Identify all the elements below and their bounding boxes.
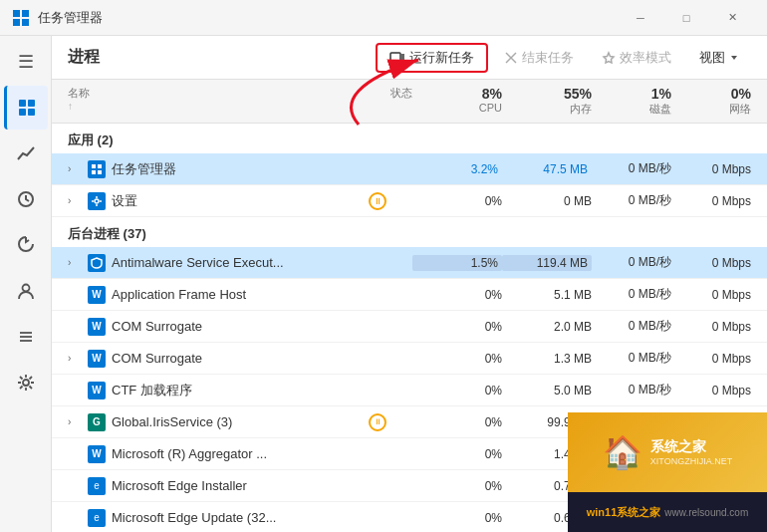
- sidebar-item-services[interactable]: [4, 361, 48, 404]
- table-row[interactable]: › Antimalware Service Execut... 1.5% 119…: [52, 247, 767, 279]
- row-cpu: 0%: [412, 288, 502, 302]
- col-header-network[interactable]: 0% 网络: [671, 86, 751, 117]
- svg-rect-1: [22, 10, 29, 17]
- row-disk: 0 MB/秒: [592, 286, 671, 303]
- row-icon: W: [88, 318, 106, 336]
- row-cpu: 0%: [412, 384, 502, 398]
- watermark-house-icon: 🏠: [603, 433, 642, 471]
- efficiency-mode-button[interactable]: 效率模式: [590, 45, 683, 71]
- row-icon: [88, 160, 106, 178]
- window-controls[interactable]: ─ □ ✕: [618, 0, 755, 36]
- row-network: 0 Mbps: [671, 162, 751, 176]
- row-cpu: 0%: [412, 447, 502, 461]
- row-cpu: 0%: [412, 415, 502, 429]
- run-task-icon: [389, 50, 405, 66]
- watermark-text: 系统之家: [650, 438, 732, 456]
- row-name: › 设置: [68, 192, 343, 210]
- svg-rect-21: [98, 164, 102, 168]
- row-cpu: 0%: [412, 479, 502, 493]
- col-header-name[interactable]: 名称 ↑: [68, 86, 343, 117]
- col-header-memory[interactable]: 55% 内存: [502, 86, 592, 117]
- view-chevron-icon: [729, 53, 739, 63]
- row-memory: 5.0 MB: [502, 384, 592, 398]
- brand-url: www.relsound.com: [664, 507, 748, 518]
- end-task-button[interactable]: 结束任务: [492, 45, 586, 71]
- pause-icon: ⏸: [369, 192, 386, 210]
- background-section-header: 后台进程 (37): [52, 217, 767, 247]
- view-label: 视图: [699, 49, 725, 67]
- row-disk: 0 MB/秒: [592, 318, 671, 335]
- table-row[interactable]: › W COM Surrogate 0% 2.0 MB 0 MB/秒 0 Mbp…: [52, 311, 767, 343]
- efficiency-icon: [602, 51, 616, 65]
- row-network: 0 Mbps: [671, 256, 751, 270]
- row-network: 0 Mbps: [671, 384, 751, 398]
- svg-point-24: [95, 199, 99, 203]
- apps-section-header: 应用 (2): [52, 124, 767, 153]
- row-icon: [88, 192, 106, 210]
- row-icon: e: [88, 509, 106, 527]
- row-icon: W: [88, 382, 106, 399]
- row-cpu: 0%: [412, 320, 502, 334]
- row-name: › e Microsoft Edge Update (32...: [68, 509, 343, 527]
- sidebar-item-users[interactable]: [4, 269, 48, 313]
- svg-rect-0: [13, 10, 20, 17]
- end-task-label: 结束任务: [522, 49, 574, 67]
- row-network: 0 Mbps: [671, 320, 751, 334]
- svg-point-13: [23, 380, 29, 386]
- row-name: › W Application Frame Host: [68, 286, 343, 304]
- row-cpu: 3.2%: [412, 161, 502, 177]
- svg-rect-23: [98, 170, 102, 174]
- svg-rect-7: [28, 109, 35, 116]
- row-memory: 2.0 MB: [502, 320, 592, 334]
- col-header-status[interactable]: 状态: [343, 86, 412, 117]
- watermark-url: XITONGZHIJIA.NET: [650, 456, 732, 466]
- minimize-button[interactable]: ─: [618, 0, 663, 36]
- expand-arrow-icon: ›: [68, 163, 82, 174]
- sidebar-item-startup[interactable]: [4, 223, 48, 267]
- run-task-label: 运行新任务: [409, 49, 474, 67]
- pause-icon: ⏸: [369, 413, 386, 431]
- row-disk: 0 MB/秒: [592, 254, 671, 271]
- row-memory: 47.5 MB: [502, 161, 592, 177]
- title-bar: 任务管理器 ─ □ ✕: [0, 0, 767, 36]
- row-memory: 119.4 MB: [502, 255, 592, 271]
- view-button[interactable]: 视图: [687, 45, 751, 71]
- svg-rect-5: [28, 100, 35, 107]
- end-task-icon: [504, 51, 518, 65]
- row-disk: 0 MB/秒: [592, 160, 671, 177]
- row-memory: 1.3 MB: [502, 352, 592, 366]
- svg-rect-14: [390, 53, 400, 61]
- sidebar-item-processes[interactable]: [4, 86, 48, 130]
- row-disk: 0 MB/秒: [592, 350, 671, 367]
- expand-arrow-icon: ›: [68, 195, 82, 206]
- row-memory: 0 MB: [502, 194, 592, 208]
- close-button[interactable]: ✕: [709, 0, 755, 36]
- maximize-button[interactable]: □: [663, 0, 709, 36]
- table-row[interactable]: › 任务管理器 3.2% 47.5 MB 0 MB/秒 0 Mbps: [52, 153, 767, 185]
- sidebar-item-performance[interactable]: [4, 132, 48, 175]
- table-row[interactable]: › W Application Frame Host 0% 5.1 MB 0 M…: [52, 279, 767, 311]
- title-bar-left: 任务管理器: [12, 9, 103, 27]
- run-task-button[interactable]: 运行新任务: [376, 43, 488, 73]
- sidebar-item-menu[interactable]: ☰: [4, 40, 48, 84]
- row-network: 0 Mbps: [671, 352, 751, 366]
- sidebar-item-history[interactable]: [4, 177, 48, 221]
- table-row[interactable]: › W CTF 加载程序 0% 5.0 MB 0 MB/秒 0 Mbps: [52, 375, 767, 406]
- row-status: ⏸: [343, 413, 412, 431]
- row-icon: G: [88, 413, 106, 431]
- col-header-disk[interactable]: 1% 磁盘: [592, 86, 671, 117]
- svg-point-9: [22, 285, 29, 292]
- expand-arrow-icon: ›: [68, 257, 82, 268]
- toolbar: 进程 运行新任务 结束任务 效率模式 视图: [52, 36, 767, 80]
- svg-rect-20: [92, 164, 96, 168]
- col-header-cpu[interactable]: 8% CPU: [412, 86, 502, 117]
- row-icon: e: [88, 477, 106, 495]
- row-name: › W COM Surrogate: [68, 350, 343, 368]
- sidebar-item-details[interactable]: [4, 315, 48, 359]
- expand-arrow-icon: ›: [68, 416, 82, 427]
- row-disk: 0 MB/秒: [592, 192, 671, 209]
- table-row[interactable]: › W COM Surrogate 0% 1.3 MB 0 MB/秒 0 Mbp…: [52, 343, 767, 375]
- table-row[interactable]: › 设置 ⏸ 0% 0 MB 0 MB/秒 0 Mbps: [52, 185, 767, 217]
- page-title: 进程: [68, 47, 372, 68]
- row-name: › G Global.IrisService (3): [68, 413, 343, 431]
